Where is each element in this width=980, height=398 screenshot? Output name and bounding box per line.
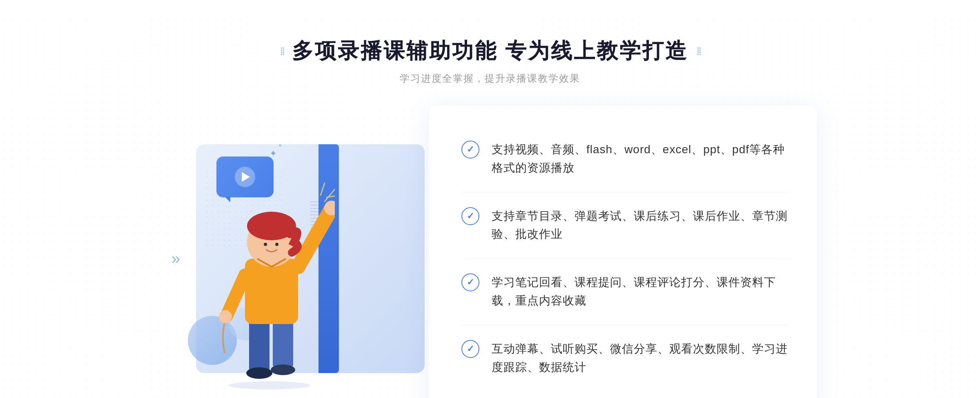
sparkle-small-icon: ✦ — [278, 142, 283, 149]
title-row: ⁞⁞ 多项录播课辅助功能 专为线上教学打造 ⁞⁞ — [280, 37, 700, 65]
features-panel: ✓ 支持视频、音频、flash、word、excel、ppt、pdf等各种格式的… — [429, 105, 817, 398]
feature-text-4: 互动弹幕、试听购买、微信分享、观看次数限制、学习进度跟踪、数据统计 — [492, 340, 788, 377]
svg-rect-1 — [249, 316, 270, 373]
illustration-container: » ✦ ✦ — [163, 120, 441, 398]
feature-text-2: 支持章节目录、弹题考试、课后练习、课后作业、章节测验、批改作业 — [492, 207, 788, 244]
check-mark-1: ✓ — [467, 145, 474, 154]
check-circle-4: ✓ — [461, 340, 479, 358]
feature-text-1: 支持视频、音频、flash、word、excel、ppt、pdf等各种格式的资源… — [492, 141, 788, 177]
feature-item-2: ✓ 支持章节目录、弹题考试、课后练习、课后作业、章节测验、批改作业 — [461, 192, 788, 259]
person-illustration — [204, 177, 335, 389]
sparkle-icon: ✦ — [270, 148, 277, 159]
title-deco-left: ⁞⁞ — [280, 45, 284, 58]
svg-point-11 — [275, 243, 278, 246]
svg-point-4 — [271, 364, 295, 375]
page-subtitle: 学习进度全掌握，提升录播课教学效果 — [280, 72, 700, 85]
left-chevrons-icon: » — [172, 250, 177, 267]
page-container: ⁞⁞ 多项录播课辅助功能 专为线上教学打造 ⁞⁞ 学习进度全掌握，提升录播课教学… — [0, 16, 980, 398]
feature-item-1: ✓ 支持视频、音频、flash、word、excel、ppt、pdf等各种格式的… — [461, 126, 788, 192]
check-circle-2: ✓ — [461, 207, 479, 225]
svg-point-3 — [246, 367, 272, 379]
check-circle-3: ✓ — [461, 273, 479, 291]
check-mark-3: ✓ — [467, 278, 474, 287]
svg-point-10 — [264, 243, 267, 246]
page-title: 多项录播课辅助功能 专为线上教学打造 — [292, 37, 688, 65]
svg-rect-5 — [245, 259, 298, 324]
svg-line-7 — [227, 275, 245, 316]
content-wrapper: » ✦ ✦ — [163, 105, 817, 398]
check-mark-2: ✓ — [467, 212, 474, 221]
svg-line-6 — [298, 210, 331, 267]
svg-point-13 — [219, 310, 232, 323]
feature-text-3: 学习笔记回看、课程提问、课程评论打分、课件资料下载，重点内容收藏 — [492, 273, 788, 310]
title-deco-right: ⁞⁞ — [696, 45, 700, 58]
feature-item-4: ✓ 互动弹幕、试听购买、微信分享、观看次数限制、学习进度跟踪、数据统计 — [461, 325, 788, 391]
check-circle-1: ✓ — [461, 141, 479, 159]
feature-item-3: ✓ 学习笔记回看、课程提问、课程评论打分、课件资料下载，重点内容收藏 — [461, 259, 788, 325]
check-mark-4: ✓ — [467, 344, 474, 353]
svg-point-0 — [229, 381, 310, 389]
header: ⁞⁞ 多项录播课辅助功能 专为线上教学打造 ⁞⁞ 学习进度全掌握，提升录播课教学… — [280, 37, 700, 85]
